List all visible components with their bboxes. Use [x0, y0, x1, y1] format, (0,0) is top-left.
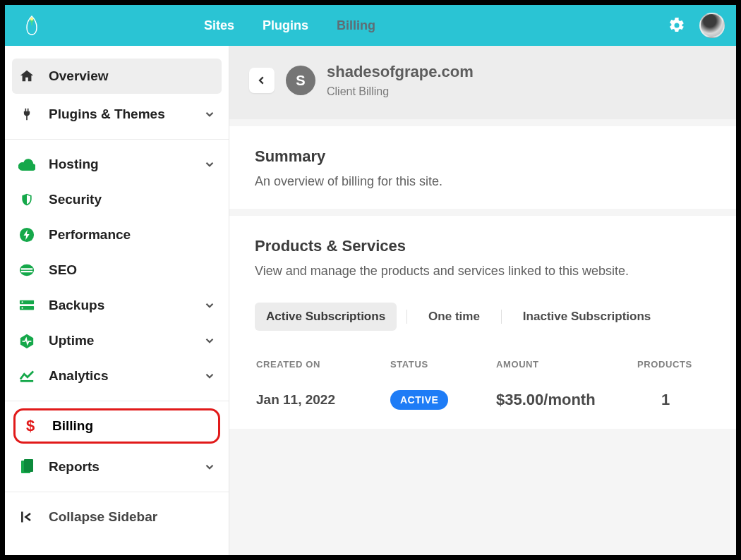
- chevron-down-icon: [203, 158, 216, 171]
- cloud-icon: [18, 155, 36, 174]
- shield-icon: [18, 190, 36, 209]
- col-status: STATUS: [390, 359, 496, 370]
- svg-point-0: [30, 18, 33, 20]
- seo-icon: [18, 261, 36, 279]
- filter-active-subscriptions[interactable]: Active Subscriptions: [255, 303, 397, 331]
- products-title: Products & Services: [255, 237, 711, 255]
- svg-point-7: [21, 301, 23, 303]
- filter-row: Active Subscriptions One time Inactive S…: [255, 303, 711, 331]
- nav-billing[interactable]: Billing: [337, 18, 375, 33]
- uptime-icon: [18, 331, 36, 350]
- chevron-down-icon: [203, 108, 216, 121]
- sidebar-item-billing[interactable]: $ Billing: [13, 408, 220, 444]
- sidebar-item-collapse[interactable]: Collapse Sidebar: [5, 499, 229, 535]
- chevron-down-icon: [203, 299, 216, 312]
- sidebar-item-reports[interactable]: Reports: [5, 449, 229, 485]
- svg-rect-3: [21, 268, 33, 269]
- separator: [501, 310, 502, 324]
- sidebar-item-label: Reports: [49, 459, 100, 475]
- topbar: Sites Plugins Billing: [5, 5, 736, 46]
- chevron-down-icon: [203, 334, 216, 347]
- svg-point-2: [20, 264, 34, 276]
- svg-point-8: [21, 308, 23, 309]
- sidebar-item-label: Analytics: [49, 368, 108, 384]
- sidebar-item-label: Overview: [49, 68, 109, 84]
- sidebar-item-overview[interactable]: Overview: [12, 59, 222, 94]
- dollar-icon: $: [21, 417, 40, 435]
- sidebar-item-label: Hosting: [49, 157, 99, 172]
- sidebar: Overview Plugins & Themes Hosting: [5, 46, 229, 555]
- chevron-down-icon: [203, 461, 216, 473]
- sidebar-item-label: SEO: [49, 262, 77, 278]
- status-badge: ACTIVE: [390, 390, 448, 410]
- products-desc: View and manage the products and service…: [255, 264, 711, 279]
- reports-icon: [18, 458, 36, 476]
- collapse-icon: [18, 508, 36, 526]
- site-title: shadesofgrape.com: [327, 63, 474, 81]
- settings-gear-icon[interactable]: [668, 17, 685, 34]
- filter-inactive-subscriptions[interactable]: Inactive Subscriptions: [512, 303, 662, 331]
- table-header: CREATED ON STATUS AMOUNT PRODUCTS: [255, 359, 711, 370]
- sidebar-item-plugins-themes[interactable]: Plugins & Themes: [5, 97, 229, 132]
- sidebar-item-backups[interactable]: Backups: [5, 288, 229, 323]
- separator: [406, 310, 407, 324]
- app-window: Sites Plugins Billing Overview Plugins &…: [5, 5, 736, 555]
- sidebar-item-analytics[interactable]: Analytics: [5, 358, 229, 394]
- site-subtitle: Client Billing: [327, 85, 474, 98]
- filter-one-time[interactable]: One time: [417, 303, 491, 331]
- site-header: S shadesofgrape.com Client Billing: [229, 46, 736, 119]
- chevron-down-icon: [203, 370, 216, 382]
- summary-section: Summary An overview of billing for this …: [229, 126, 736, 209]
- chart-line-icon: [18, 367, 36, 385]
- back-button[interactable]: [249, 68, 275, 93]
- nav-sites[interactable]: Sites: [204, 18, 234, 33]
- cell-amount: $35.00/month: [496, 391, 637, 409]
- sidebar-item-label: Billing: [52, 418, 93, 434]
- plug-icon: [18, 105, 36, 123]
- bolt-icon: [18, 226, 36, 244]
- home-icon: [18, 67, 36, 85]
- table-row[interactable]: Jan 11, 2022 ACTIVE $35.00/month 1: [255, 391, 711, 429]
- col-amount: AMOUNT: [496, 359, 637, 370]
- cell-created: Jan 11, 2022: [256, 392, 390, 408]
- sidebar-item-seo[interactable]: SEO: [5, 252, 229, 288]
- products-section: Products & Services View and manage the …: [229, 216, 736, 429]
- storage-icon: [18, 296, 36, 315]
- cell-status: ACTIVE: [390, 394, 496, 406]
- sidebar-item-label: Collapse Sidebar: [49, 509, 157, 525]
- sidebar-item-label: Plugins & Themes: [49, 106, 165, 122]
- sidebar-item-label: Performance: [49, 227, 131, 243]
- sidebar-item-uptime[interactable]: Uptime: [5, 323, 229, 358]
- nav-plugins[interactable]: Plugins: [263, 18, 308, 33]
- summary-desc: An overview of billing for this site.: [255, 174, 711, 189]
- cell-products: 1: [637, 391, 709, 409]
- sidebar-item-hosting[interactable]: Hosting: [5, 147, 229, 182]
- svg-rect-4: [21, 271, 33, 272]
- sidebar-item-performance[interactable]: Performance: [5, 217, 229, 252]
- main-content: S shadesofgrape.com Client Billing Summa…: [229, 46, 736, 555]
- sidebar-item-label: Backups: [49, 298, 104, 313]
- top-nav: Sites Plugins Billing: [204, 18, 375, 33]
- sidebar-item-security[interactable]: Security: [5, 182, 229, 217]
- summary-title: Summary: [255, 147, 711, 166]
- user-avatar[interactable]: [699, 13, 725, 38]
- sidebar-item-label: Security: [49, 192, 102, 207]
- col-products: PRODUCTS: [637, 359, 709, 370]
- col-created: CREATED ON: [256, 359, 390, 370]
- sidebar-item-label: Uptime: [49, 333, 94, 348]
- site-badge: S: [286, 66, 315, 95]
- app-logo[interactable]: [22, 16, 42, 35]
- svg-rect-12: [24, 459, 33, 472]
